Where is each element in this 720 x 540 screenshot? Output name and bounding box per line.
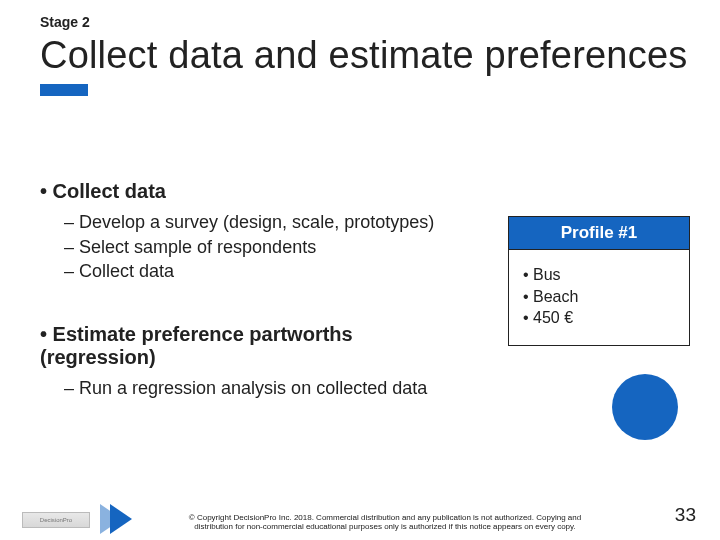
slide: Stage 2 Collect data and estimate prefer… [0,0,720,540]
profile-item: Beach [523,286,681,308]
stage-label: Stage 2 [40,14,90,30]
profile-item: Bus [523,264,681,286]
section1-heading: Collect data [40,180,450,203]
arrow-chevron-icon [100,504,148,534]
profile-item: 450 € [523,307,681,329]
logo-chip: DecisionPro [22,512,90,528]
profile-body: Bus Beach 450 € [509,250,689,345]
section1-sub: Collect data [64,260,450,283]
copyright-text: © Copyright DecisionPro Inc. 2018. Comme… [170,513,600,531]
accent-circle [612,374,678,440]
title-accent-bar [40,84,88,96]
section1-sub: Develop a survey (design, scale, prototy… [64,211,450,234]
section1-sub: Select sample of respondents [64,236,450,259]
content-area: Collect data Develop a survey (design, s… [40,180,450,401]
section2-heading: Estimate preference partworths (regressi… [40,323,450,369]
page-number: 33 [675,504,696,526]
profile-title: Profile #1 [509,217,689,250]
section2-sub: Run a regression analysis on collected d… [64,377,450,400]
footer: DecisionPro © Copyright DecisionPro Inc.… [0,492,720,534]
profile-card: Profile #1 Bus Beach 450 € [508,216,690,346]
slide-title: Collect data and estimate preferences [40,34,687,77]
